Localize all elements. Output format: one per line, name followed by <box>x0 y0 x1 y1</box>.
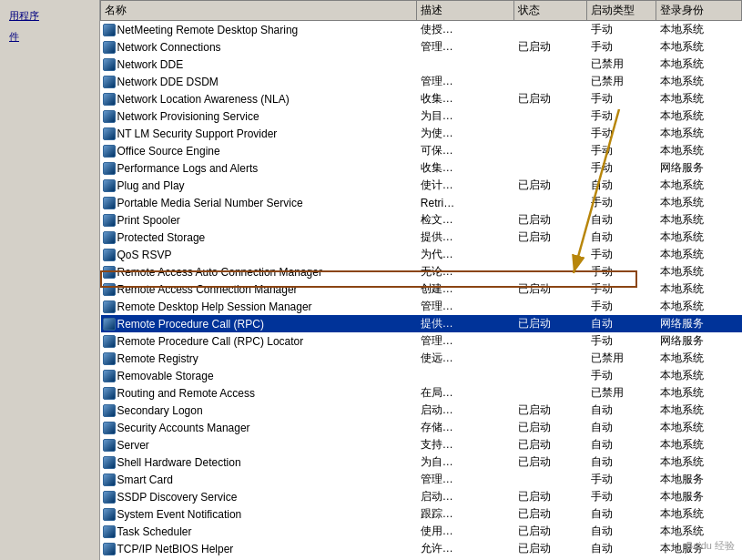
service-name-cell: Print Spooler <box>101 211 417 229</box>
service-name-cell: Network Provisioning Service <box>101 107 417 125</box>
service-icon <box>103 93 116 106</box>
service-startup-cell: 手动 <box>587 367 656 384</box>
table-row[interactable]: Removable Storage手动本地系统 <box>101 367 742 384</box>
service-name-cell: Remote Procedure Call (RPC) Locator <box>101 332 417 350</box>
table-row[interactable]: Performance Logs and Alerts收集…手动网络服务 <box>101 159 742 177</box>
service-status-cell: 已启动 <box>514 229 587 246</box>
service-name-cell: Remote Procedure Call (RPC) <box>101 315 417 332</box>
service-desc-cell: 管理… <box>417 471 514 488</box>
service-status-cell <box>514 142 587 159</box>
left-panel-item-apps[interactable]: 用程序 <box>7 7 92 25</box>
table-row[interactable]: Remote Access Connection Manager创建…已启动手动… <box>101 280 742 298</box>
table-row[interactable]: System Event Notification跟踪…已启动自动本地系统 <box>101 505 742 523</box>
table-row[interactable]: Server支持…已启动自动本地系统 <box>101 436 742 453</box>
service-desc-cell: 为使… <box>417 125 514 142</box>
service-startup-cell: 手动 <box>587 194 656 211</box>
service-status-cell: 已启动 <box>514 419 587 436</box>
table-row[interactable]: Shell Hardware Detection为自…已启动自动本地系统 <box>101 453 742 471</box>
table-row[interactable]: Network Location Awareness (NLA)收集…已启动手动… <box>101 90 742 107</box>
table-row[interactable]: Smart Card管理…手动本地服务 <box>101 471 742 488</box>
service-startup-cell: 手动 <box>587 90 656 107</box>
service-status-cell: 已启动 <box>514 402 587 419</box>
service-name-cell: Routing and Remote Access <box>101 384 417 402</box>
service-icon <box>103 145 116 158</box>
services-list[interactable]: 名称 描述 状态 启动类型 登录身份 NetMeeting Remote Des… <box>100 0 742 560</box>
service-name-cell: Shell Hardware Detection <box>101 453 417 471</box>
service-name-text: System Event Notification <box>117 508 242 521</box>
left-panel-item-files[interactable]: 件 <box>7 28 92 46</box>
service-icon <box>103 127 116 140</box>
table-row[interactable]: Protected Storage提供…已启动自动本地系统 <box>101 229 742 246</box>
service-desc-cell: 无论… <box>417 263 514 280</box>
service-desc-cell: 管理… <box>417 332 514 350</box>
service-login-cell: 本地系统 <box>656 107 742 125</box>
service-login-cell: 网络服务 <box>656 159 742 177</box>
service-login-cell: 本地系统 <box>656 211 742 229</box>
col-header-name[interactable]: 名称 <box>101 1 417 21</box>
table-row[interactable]: Remote Procedure Call (RPC)提供…已启动自动网络服务 <box>101 315 742 332</box>
table-row[interactable]: Office Source Engine可保…手动本地系统 <box>101 142 742 159</box>
service-icon <box>103 197 116 209</box>
service-desc-cell: 为目… <box>417 107 514 125</box>
service-name-cell: NetMeeting Remote Desktop Sharing <box>101 21 417 39</box>
col-header-login[interactable]: 登录身份 <box>656 1 742 21</box>
table-row[interactable]: Print Spooler检文…已启动自动本地系统 <box>101 211 742 229</box>
service-status-cell <box>514 21 587 39</box>
table-row[interactable]: TCP/IP NetBIOS Helper允许…已启动自动本地服务 <box>101 540 742 557</box>
service-desc-cell: 允许… <box>417 540 514 557</box>
table-row[interactable]: QoS RSVP为代…手动本地系统 <box>101 246 742 263</box>
service-name-cell: TCP/IP NetBIOS Helper <box>101 540 417 557</box>
service-icon <box>103 543 116 555</box>
service-desc-cell: 启动… <box>417 402 514 419</box>
service-status-cell <box>514 56 587 73</box>
table-row[interactable]: Remote Procedure Call (RPC) Locator管理…手动… <box>101 332 742 350</box>
table-row[interactable]: Task Scheduler使用…已启动自动本地系统 <box>101 523 742 540</box>
service-startup-cell: 自动 <box>587 453 656 471</box>
col-header-status[interactable]: 状态 <box>514 1 587 21</box>
table-row[interactable]: Security Accounts Manager存储…已启动自动本地系统 <box>101 419 742 436</box>
table-row[interactable]: Plug and Play使计…已启动自动本地系统 <box>101 177 742 194</box>
table-row[interactable]: Network Provisioning Service为目…手动本地系统 <box>101 107 742 125</box>
table-row[interactable]: Portable Media Serial Number ServiceRetr… <box>101 194 742 211</box>
service-login-cell: 本地系统 <box>656 142 742 159</box>
table-row[interactable]: Remote Registry使远…已禁用本地系统 <box>101 350 742 367</box>
service-login-cell: 本地系统 <box>656 367 742 384</box>
service-status-cell <box>514 194 587 211</box>
service-startup-cell: 手动 <box>587 280 656 298</box>
service-name-text: Plug and Play <box>117 179 185 192</box>
table-row[interactable]: Remote Desktop Help Session Manager管理…手动… <box>101 298 742 315</box>
service-login-cell: 本地系统 <box>656 505 742 523</box>
main-container: 用程序 件 名称 描述 状态 启动类型 登录身份 NetMeeting Remo… <box>0 0 742 560</box>
table-row[interactable]: Secondary Logon启动…已启动自动本地系统 <box>101 402 742 419</box>
service-status-cell <box>514 471 587 488</box>
service-name-cell: Removable Storage <box>101 367 417 384</box>
service-status-cell: 已启动 <box>514 540 587 557</box>
service-name-text: SSDP Discovery Service <box>117 491 238 504</box>
service-name-text: Performance Logs and Alerts <box>117 162 259 175</box>
service-name-text: NetMeeting Remote Desktop Sharing <box>117 24 299 36</box>
service-desc-cell <box>417 367 514 384</box>
table-row[interactable]: Network DDE已禁用本地系统 <box>101 56 742 73</box>
table-row[interactable]: Network Connections管理…已启动手动本地系统 <box>101 38 742 56</box>
table-row[interactable]: Routing and Remote Access在局…已禁用本地系统 <box>101 384 742 402</box>
service-status-cell: 已启动 <box>514 177 587 194</box>
col-header-desc[interactable]: 描述 <box>417 1 514 21</box>
service-icon <box>103 283 116 296</box>
table-row[interactable]: Remote Access Auto Connection Manager无论…… <box>101 263 742 280</box>
service-icon <box>103 439 116 452</box>
service-startup-cell: 手动 <box>587 125 656 142</box>
table-row[interactable]: NT LM Security Support Provider为使…手动本地系统 <box>101 125 742 142</box>
table-row[interactable]: NetMeeting Remote Desktop Sharing使授…手动本地… <box>101 21 742 39</box>
table-row[interactable]: SSDP Discovery Service启动…已启动手动本地服务 <box>101 488 742 505</box>
col-header-startup[interactable]: 启动类型 <box>587 1 656 21</box>
left-panel: 用程序 件 <box>0 0 100 560</box>
table-row[interactable]: Network DDE DSDM管理…已禁用本地系统 <box>101 73 742 90</box>
service-login-cell: 本地系统 <box>656 73 742 90</box>
service-desc-cell: 提供… <box>417 229 514 246</box>
service-status-cell: 已启动 <box>514 90 587 107</box>
service-status-cell <box>514 125 587 142</box>
service-login-cell: 本地系统 <box>656 21 742 39</box>
service-status-cell: 已启动 <box>514 436 587 453</box>
service-name-cell: Security Accounts Manager <box>101 419 417 436</box>
service-name-text: Task Scheduler <box>117 525 192 538</box>
